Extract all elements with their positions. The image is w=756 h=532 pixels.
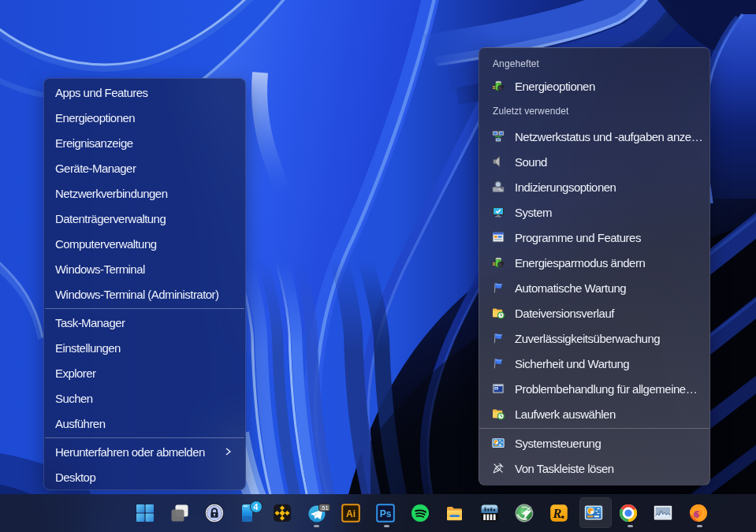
svg-text:Ai: Ai	[346, 508, 356, 519]
svg-text:Ps: Ps	[379, 508, 391, 519]
svg-text:R: R	[552, 506, 561, 521]
